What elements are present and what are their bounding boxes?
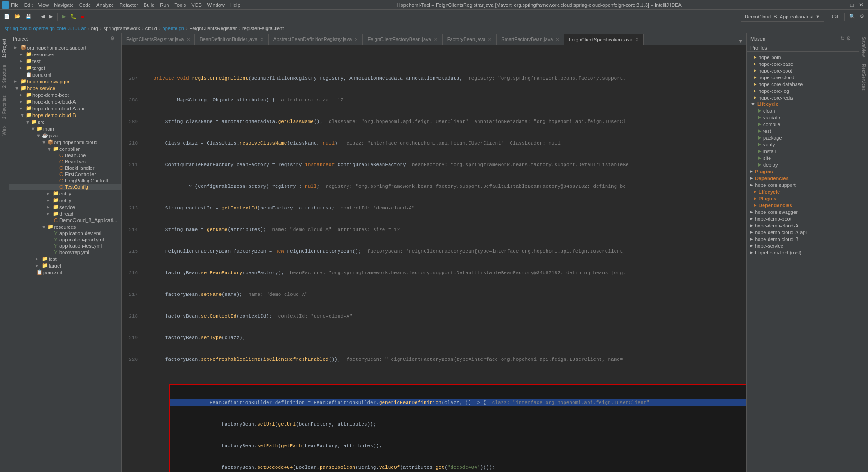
menu-refactor[interactable]: Refactor [119, 2, 138, 8]
menu-analyze[interactable]: Analyze [96, 2, 114, 8]
favorites-vtab[interactable]: 2: Favorites [1, 92, 8, 123]
maven-hope-core-support-deps[interactable]: ▸ Dependencies [747, 202, 859, 209]
tree-item-resources[interactable]: ▸ 📁 resources [9, 51, 121, 58]
project-settings-btn[interactable]: ⚙ [110, 36, 115, 41]
save-view-vtab[interactable]: SaveView [860, 33, 867, 60]
new-file-button[interactable]: 📄 [2, 13, 12, 20]
maven-test[interactable]: ▶ test [747, 127, 859, 134]
maven-hope-core-support-lifecycle[interactable]: ▸ Lifecycle [747, 188, 859, 195]
close-tab-icon[interactable]: ✕ [488, 37, 492, 42]
menu-edit[interactable]: Edit [24, 2, 33, 8]
tab-bean-definition-builder[interactable]: BeanDefinitionBuilder.java ✕ [195, 34, 268, 45]
tree-item-target[interactable]: ▸ 📁 target [9, 64, 121, 71]
maven-hope-demo-cloud-a-api[interactable]: ▸ hope-demo-cloud-A-api [747, 229, 859, 236]
tree-item-blockhandler[interactable]: C BlockHandler [9, 165, 121, 171]
tree-item-democloud-b-app[interactable]: C DemoCloud_B_Applicati... [9, 217, 121, 223]
close-tab-icon[interactable]: ✕ [354, 37, 358, 42]
maven-hopehomi-tool-root[interactable]: ▸ Hopehomi-Tool (root) [747, 249, 859, 256]
tree-item-demo-A[interactable]: ▸ 📁 hope-demo-cloud-A [9, 98, 121, 105]
tree-item-beanone[interactable]: C BeanOne [9, 152, 121, 159]
maven-install[interactable]: ▶ install [747, 148, 859, 154]
menu-window[interactable]: Window [207, 2, 225, 8]
maven-verify[interactable]: ▶ verify [747, 141, 859, 148]
search-button[interactable]: 🔍 [847, 13, 857, 20]
tree-item-demo-B[interactable]: ▼ 📁 hope-demo-cloud-B [9, 112, 121, 118]
stop-button[interactable]: ■ [79, 13, 86, 20]
maven-site[interactable]: ▶ site [747, 154, 859, 161]
maven-validate[interactable]: ▶ validate [747, 114, 859, 121]
git-button[interactable]: Git: [830, 13, 841, 20]
maven-settings-btn[interactable]: ⚙ [846, 36, 851, 41]
maven-hope-bom[interactable]: ▸ hope-bom [747, 54, 859, 60]
maven-hope-core-redis[interactable]: ▸ hope-core-redis [747, 94, 859, 101]
maven-hope-core-swagger[interactable]: ▸ hope-core-swagger [747, 209, 859, 215]
tree-item-java[interactable]: ▼ ☕ java [9, 132, 121, 139]
tree-item-app-dev[interactable]: Y application-dev.yml [9, 230, 121, 236]
tab-feign-spec[interactable]: FeignClientSpecification.java ✕ [564, 34, 643, 45]
tree-item-src[interactable]: ▼ 📁 src [9, 118, 121, 125]
more-tabs-button[interactable]: ▼ [735, 38, 746, 45]
maven-hope-core-log[interactable]: ▸ hope-core-log [747, 87, 859, 94]
menu-file[interactable]: File [11, 2, 19, 8]
menu-navigate[interactable]: Navigate [54, 2, 73, 8]
open-button[interactable]: 📂 [13, 13, 23, 20]
menu-build[interactable]: Build [144, 2, 154, 8]
maven-hope-demo-cloud-b[interactable]: ▸ hope-demo-cloud-B [747, 236, 859, 242]
tree-item-pom2[interactable]: 📋 pom.xml [9, 269, 121, 276]
maven-hope-core-support-plugins[interactable]: ▸ Plugins [747, 195, 859, 202]
tree-item-longpolling[interactable]: C LongPollingControll... [9, 177, 121, 184]
tree-item-testconfig[interactable]: C TestConfig [9, 184, 121, 190]
maven-hope-core-base[interactable]: ▸ hope-core-base [747, 60, 859, 67]
tree-item-core-support[interactable]: ▸ 📦 org.hopehomi.core.support [9, 44, 121, 51]
maven-hope-core-cloud[interactable]: ▸ hope-core-cloud [747, 74, 859, 81]
tree-item-resources2[interactable]: ▼ 📁 resources [9, 223, 121, 230]
rest-services-vtab[interactable]: RestServices [860, 60, 867, 94]
back-button[interactable]: ◀ [39, 13, 46, 20]
project-vtab[interactable]: 1: Project [1, 35, 8, 61]
close-tab-icon[interactable]: ✕ [434, 37, 438, 42]
debug-button[interactable]: 🐛 [68, 13, 78, 20]
menu-vcs[interactable]: VCS [191, 2, 202, 8]
maven-hope-core-support[interactable]: ▸ hope-core-support [747, 182, 859, 188]
tree-item-notify[interactable]: ▸ 📁 notify [9, 197, 121, 204]
tree-item-org-hopehomi[interactable]: ▼ 📦 org.hopehomi.cloud [9, 139, 121, 145]
maven-package[interactable]: ▶ package [747, 134, 859, 141]
run-config-selector[interactable]: DemoCloud_B_Application-test ▼ [741, 12, 824, 22]
tree-item-swagger[interactable]: ▸ 📁 hope-core-swagger [9, 78, 121, 85]
maven-hope-demo-boot[interactable]: ▸ hope-demo-boot [747, 215, 859, 222]
close-tab-icon[interactable]: ✕ [556, 37, 559, 42]
tree-item-bootstrap[interactable]: Y bootstrap.yml [9, 249, 121, 255]
project-collapse-btn[interactable]: − [115, 36, 118, 41]
maven-hope-service[interactable]: ▸ hope-service [747, 242, 859, 249]
menu-help[interactable]: Help [230, 2, 240, 8]
breadcrumb-part-0[interactable]: spring-cloud-openfeign-core-3.1.3.jar [5, 26, 86, 31]
maven-collapse-btn[interactable]: − [853, 36, 855, 41]
close-tab-icon[interactable]: ✕ [260, 37, 264, 42]
maven-hope-demo-cloud-a[interactable]: ▸ hope-demo-cloud-A [747, 222, 859, 229]
tree-item-app-prod[interactable]: Y application-prod.yml [9, 236, 121, 243]
tab-smart-factory[interactable]: SmartFactoryBean.java ✕ [497, 34, 564, 45]
tree-item-demo-A-api[interactable]: ▸ 📁 hope-demo-cloud-A-api [9, 105, 121, 112]
menu-view[interactable]: View [38, 2, 49, 8]
breadcrumb-part-4[interactable]: openfeign [163, 26, 184, 31]
menu-run[interactable]: Run [160, 2, 169, 8]
maven-hope-core-boot[interactable]: ▸ hope-core-boot [747, 67, 859, 74]
tree-item-thread[interactable]: ▸ 📁 thread [9, 210, 121, 217]
tree-item-beantwo[interactable]: C BeanTwo [9, 159, 121, 165]
close-button[interactable]: ✕ [856, 2, 866, 8]
tab-feign-registrar[interactable]: FeignClientsRegistrar.java ✕ [122, 34, 195, 45]
tree-item-pom1[interactable]: 📋 pom.xml [9, 71, 121, 78]
maximize-button[interactable]: □ [848, 2, 856, 8]
tree-item-test2[interactable]: ▸ 📁 test [9, 255, 121, 262]
tab-factory-bean[interactable]: FactoryBean.java ✕ [443, 34, 497, 45]
code-editor[interactable]: 287 private void registerFeignClient(Bea… [122, 45, 746, 472]
maven-clean[interactable]: ▶ clean [747, 107, 859, 114]
breadcrumb-part-2[interactable]: springframework [104, 26, 140, 31]
maven-compile[interactable]: ▶ compile [747, 121, 859, 127]
tab-feign-factory[interactable]: FeignClientFactoryBean.java ✕ [363, 34, 442, 45]
web-vtab[interactable]: Web [1, 123, 8, 139]
tree-item-app-test[interactable]: Y application-test.yml [9, 243, 121, 249]
maven-refresh-btn[interactable]: ↻ [841, 36, 845, 41]
menu-code[interactable]: Code [79, 2, 91, 8]
tree-item-service[interactable]: ▸ 📁 service [9, 204, 121, 210]
